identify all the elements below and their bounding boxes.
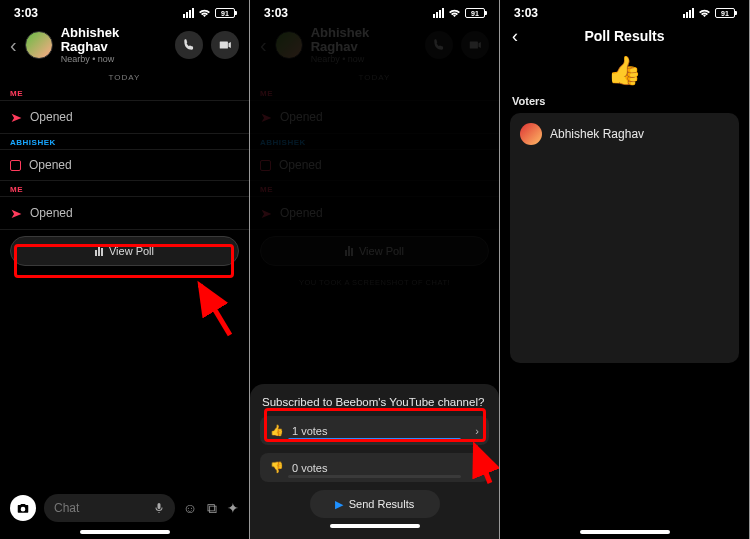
poll-option-2[interactable]: 👎 0 votes › (260, 453, 489, 482)
chevron-right-icon: › (475, 425, 479, 437)
status-bar: 3:03 91 (0, 0, 249, 22)
panel-1-chat: 3:03 91 ‹ Abhishek Raghav Nearby • now T… (0, 0, 249, 539)
sender-label-me: ME (0, 85, 249, 100)
view-poll-button[interactable]: View Poll (10, 236, 239, 266)
view-poll-label: View Poll (109, 245, 154, 257)
back-button[interactable]: ‹ (260, 34, 267, 57)
mic-icon[interactable] (153, 502, 165, 514)
battery-icon: 91 (715, 8, 735, 18)
home-indicator[interactable] (80, 530, 170, 534)
voters-list: Abhishek Raghav (510, 113, 739, 363)
wifi-icon (698, 8, 711, 18)
send-results-label: Send Results (349, 498, 414, 510)
panel-2-poll-sheet: 3:03 91 ‹ Abhishek Raghav Nearby • now T… (250, 0, 499, 539)
chevron-right-icon: › (475, 462, 479, 474)
poll-votes-text: 0 votes (292, 462, 327, 474)
battery-icon: 91 (215, 8, 235, 18)
results-header: ‹ Poll Results (500, 22, 749, 52)
contact-name[interactable]: Abhishek Raghav (61, 26, 167, 55)
status-time: 3:03 (14, 6, 38, 20)
thumbs-down-icon: 👎 (270, 461, 284, 474)
sender-label-other: ABHISHEK (0, 134, 249, 149)
audio-call-button[interactable] (175, 31, 203, 59)
contact-name: Abhishek Raghav (311, 26, 417, 55)
battery-icon: 91 (465, 8, 485, 18)
voters-label: Voters (500, 95, 749, 113)
home-indicator[interactable] (580, 530, 670, 534)
poll-icon (95, 246, 103, 256)
message-status: Opened (30, 110, 73, 124)
wifi-icon (448, 8, 461, 18)
message-status: Opened (29, 158, 72, 172)
status-time: 3:03 (514, 6, 538, 20)
message-row-opened[interactable]: ➤ Opened (0, 100, 249, 134)
send-icon: ▶ (335, 498, 343, 511)
signal-icon (683, 8, 694, 18)
chat-text-input[interactable]: Chat (44, 494, 175, 522)
voter-name: Abhishek Raghav (550, 127, 644, 141)
sent-icon: ➤ (10, 206, 22, 220)
poll-question: Subscribed to Beebom's YouTube channel? (260, 396, 489, 416)
chat-header: ‹ Abhishek Raghav Nearby • now (250, 22, 499, 72)
emoji-button[interactable]: ☺ (183, 500, 197, 517)
avatar[interactable] (275, 31, 303, 59)
send-results-button[interactable]: ▶ Send Results (310, 490, 440, 518)
message-status: Opened (30, 206, 73, 220)
day-label: TODAY (0, 72, 249, 85)
status-bar: 3:03 91 (500, 0, 749, 22)
avatar (520, 123, 542, 145)
contact-presence: Nearby • now (311, 55, 417, 65)
sender-label-me: ME (0, 181, 249, 196)
chat-input-bar: Chat ☺ ⧉ ✦ (0, 486, 249, 530)
screenshot-note: YOU TOOK A SCREENSHOT OF CHAT! (250, 272, 499, 293)
video-call-button[interactable] (461, 31, 489, 59)
back-button[interactable]: ‹ (10, 34, 17, 57)
audio-call-button[interactable] (425, 31, 453, 59)
contact-presence: Nearby • now (61, 55, 167, 65)
message-row-opened[interactable]: ➤ Opened (0, 196, 249, 230)
chat-header: ‹ Abhishek Raghav Nearby • now (0, 22, 249, 72)
thumbs-up-icon: 👍 (270, 424, 284, 437)
poll-option-1[interactable]: 👍 1 votes › (260, 416, 489, 445)
status-bar: 3:03 91 (250, 0, 499, 22)
rocket-button[interactable]: ✦ (227, 500, 239, 517)
sent-icon: ➤ (10, 110, 22, 124)
signal-icon (183, 8, 194, 18)
message-row-opened[interactable]: Opened (0, 149, 249, 181)
status-time: 3:03 (264, 6, 288, 20)
received-icon (10, 160, 21, 171)
panel-3-poll-results: 3:03 91 ‹ Poll Results 👍 Voters Abhishek… (500, 0, 749, 539)
wifi-icon (198, 8, 211, 18)
back-button[interactable]: ‹ (512, 26, 518, 47)
page-title: Poll Results (584, 28, 664, 44)
video-call-button[interactable] (211, 31, 239, 59)
avatar[interactable] (25, 31, 53, 59)
voter-row[interactable]: Abhishek Raghav (520, 123, 729, 145)
result-emoji: 👍 (500, 52, 749, 95)
signal-icon (433, 8, 444, 18)
poll-bottom-sheet: Subscribed to Beebom's YouTube channel? … (250, 384, 499, 539)
home-indicator[interactable] (330, 524, 420, 528)
camera-button[interactable] (10, 495, 36, 521)
poll-votes-text: 1 votes (292, 425, 327, 437)
gallery-button[interactable]: ⧉ (207, 500, 217, 517)
